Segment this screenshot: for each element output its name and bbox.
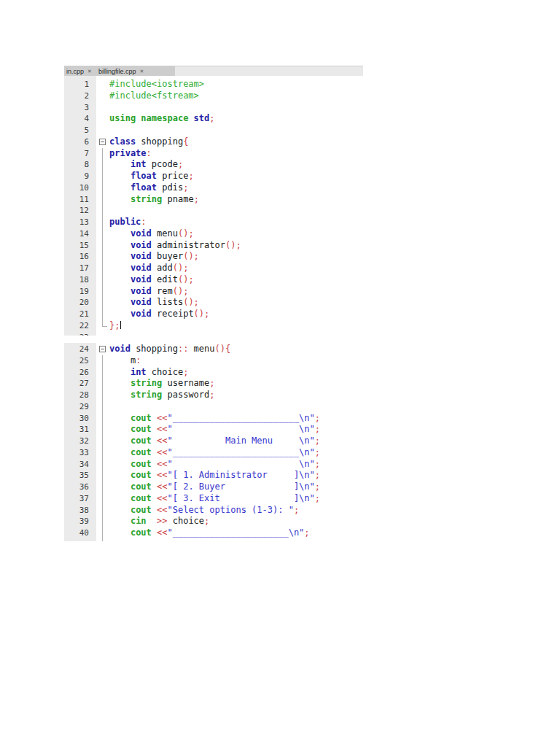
code-line-20[interactable]: 20 void lists(); bbox=[64, 297, 363, 309]
code-text[interactable]: public: bbox=[109, 217, 147, 228]
line-number[interactable]: 14 bbox=[64, 228, 96, 240]
line-number[interactable]: 3 bbox=[64, 102, 96, 114]
code-line-27[interactable]: 27 string username; bbox=[64, 378, 363, 390]
code-line-33[interactable]: 33 cout <<"________________________\n"; bbox=[64, 447, 363, 459]
code-line-25[interactable]: 25 m: bbox=[64, 355, 363, 367]
code-line-41[interactable]: 41 bbox=[64, 539, 363, 541]
code-text[interactable]: void edit(); bbox=[109, 274, 194, 286]
code-text[interactable]: void add(); bbox=[109, 263, 188, 274]
code-line-37[interactable]: 37 cout <<"[ 3. Exit ]\n"; bbox=[64, 493, 363, 505]
line-number[interactable]: 21 bbox=[64, 309, 96, 320]
code-text[interactable]: cout <<"[ 3. Exit ]\n"; bbox=[109, 493, 320, 505]
code-text[interactable]: int choice; bbox=[109, 367, 188, 379]
code-text[interactable]: using namespace std; bbox=[109, 113, 215, 125]
code-line-28[interactable]: 28 string password; bbox=[64, 390, 363, 401]
code-text[interactable]: private: bbox=[109, 148, 152, 160]
code-text[interactable]: void rem(); bbox=[109, 286, 188, 298]
code-text[interactable]: m: bbox=[109, 355, 141, 367]
code-line-39[interactable]: 39 cin >> choice; bbox=[64, 516, 363, 527]
code-text[interactable]: void shopping:: menu(){ bbox=[109, 344, 230, 355]
fold-collapse-icon[interactable]: − bbox=[99, 346, 106, 352]
code-text[interactable]: cout <<" Main Menu \n"; bbox=[109, 436, 320, 447]
code-line-11[interactable]: 11 string pname; bbox=[64, 194, 363, 206]
line-number[interactable]: 16 bbox=[64, 251, 96, 263]
code-line-22[interactable]: 22}; bbox=[64, 320, 363, 332]
line-number[interactable]: 7 bbox=[64, 148, 96, 160]
line-number[interactable]: 23 bbox=[64, 332, 96, 336]
code-line-10[interactable]: 10 float pdis; bbox=[64, 182, 363, 194]
line-number[interactable]: 9 bbox=[64, 171, 96, 182]
line-number[interactable]: 27 bbox=[64, 378, 96, 390]
line-number[interactable]: 19 bbox=[64, 286, 96, 298]
code-line-14[interactable]: 14 void menu(); bbox=[64, 228, 363, 240]
code-line-35[interactable]: 35 cout <<"[ 1. Administrator ]\n"; bbox=[64, 470, 363, 481]
line-number[interactable]: 41 bbox=[64, 539, 96, 541]
code-text[interactable]: #include<fstream> bbox=[109, 90, 199, 102]
line-number[interactable]: 24 bbox=[64, 344, 96, 355]
code-line-5[interactable]: 5 bbox=[64, 125, 363, 136]
code-text[interactable]: void menu(); bbox=[109, 228, 194, 240]
line-number[interactable]: 35 bbox=[64, 470, 96, 481]
code-line-4[interactable]: 4using namespace std; bbox=[64, 113, 363, 125]
code-text[interactable]: cout <<"[ 1. Administrator ]\n"; bbox=[109, 470, 320, 481]
code-line-19[interactable]: 19 void rem(); bbox=[64, 286, 363, 298]
code-line-31[interactable]: 31 cout <<" \n"; bbox=[64, 424, 363, 436]
line-number[interactable]: 25 bbox=[64, 355, 96, 367]
code-text[interactable]: string password; bbox=[109, 390, 215, 401]
code-text[interactable]: cout <<"______________________\n"; bbox=[109, 527, 310, 539]
code-text[interactable]: float price; bbox=[109, 171, 194, 182]
line-number[interactable]: 15 bbox=[64, 240, 96, 252]
code-text[interactable]: cout <<"Select options (1-3): "; bbox=[109, 505, 299, 516]
code-text[interactable]: string pname; bbox=[109, 194, 199, 206]
code-line-15[interactable]: 15 void administrator(); bbox=[64, 240, 363, 252]
code-line-7[interactable]: 7private: bbox=[64, 148, 363, 160]
tab-close-icon[interactable]: ✕ bbox=[139, 69, 144, 74]
code-text[interactable]: #include<iostream> bbox=[109, 79, 204, 90]
line-number[interactable]: 6 bbox=[64, 136, 96, 148]
code-text[interactable]: class shopping{ bbox=[109, 136, 188, 148]
line-number[interactable]: 2 bbox=[64, 90, 96, 102]
line-number[interactable]: 12 bbox=[64, 205, 96, 217]
line-number[interactable]: 11 bbox=[64, 194, 96, 206]
code-text[interactable]: void lists(); bbox=[109, 297, 199, 309]
code-line-29[interactable]: 29 bbox=[64, 401, 363, 413]
code-line-38[interactable]: 38 cout <<"Select options (1-3): "; bbox=[64, 505, 363, 516]
fold-collapse-icon[interactable]: − bbox=[99, 139, 106, 145]
code-text[interactable]: cout <<"[ 2. Buyer ]\n"; bbox=[109, 481, 320, 493]
code-text[interactable]: float pdis; bbox=[109, 182, 188, 194]
line-number[interactable]: 5 bbox=[64, 125, 96, 136]
line-number[interactable]: 17 bbox=[64, 263, 96, 274]
line-number[interactable]: 1 bbox=[64, 79, 96, 90]
line-number[interactable]: 20 bbox=[64, 297, 96, 309]
tab-billingfile-cpp[interactable]: billingfile.cpp✕ bbox=[96, 66, 148, 77]
line-number[interactable]: 33 bbox=[64, 447, 96, 459]
code-text[interactable]: void buyer(); bbox=[109, 251, 199, 263]
code-line-2[interactable]: 2#include<fstream> bbox=[64, 90, 363, 102]
code-text[interactable]: void receipt(); bbox=[109, 309, 209, 320]
line-number[interactable]: 32 bbox=[64, 436, 96, 447]
code-text[interactable]: int pcode; bbox=[109, 159, 183, 171]
line-number[interactable]: 22 bbox=[64, 320, 96, 332]
line-number[interactable]: 31 bbox=[64, 424, 96, 436]
code-line-34[interactable]: 34 cout <<" \n"; bbox=[64, 459, 363, 471]
code-line-16[interactable]: 16 void buyer(); bbox=[64, 251, 363, 263]
code-line-36[interactable]: 36 cout <<"[ 2. Buyer ]\n"; bbox=[64, 481, 363, 493]
line-number[interactable]: 37 bbox=[64, 493, 96, 505]
code-line-26[interactable]: 26 int choice; bbox=[64, 367, 363, 379]
code-line-1[interactable]: 1#include<iostream> bbox=[64, 79, 363, 90]
line-number[interactable]: 36 bbox=[64, 481, 96, 493]
code-text[interactable]: void administrator(); bbox=[109, 240, 241, 252]
code-line-3[interactable]: 3 bbox=[64, 102, 363, 114]
line-number[interactable]: 34 bbox=[64, 459, 96, 471]
code-text[interactable]: string username; bbox=[109, 378, 215, 390]
line-number[interactable]: 38 bbox=[64, 505, 96, 516]
code-line-30[interactable]: 30 cout <<"________________________\n"; bbox=[64, 413, 363, 425]
code-line-32[interactable]: 32 cout <<" Main Menu \n"; bbox=[64, 436, 363, 447]
line-number[interactable]: 39 bbox=[64, 516, 96, 527]
code-line-12[interactable]: 12 bbox=[64, 205, 363, 217]
tab-in-cpp[interactable]: in.cpp✕ bbox=[64, 66, 96, 77]
tab-close-icon[interactable]: ✕ bbox=[88, 69, 92, 74]
code-text[interactable]: cout <<"________________________\n"; bbox=[109, 447, 320, 459]
code-line-13[interactable]: 13public: bbox=[64, 217, 363, 228]
code-text[interactable]: cout <<"________________________\n"; bbox=[109, 413, 320, 425]
